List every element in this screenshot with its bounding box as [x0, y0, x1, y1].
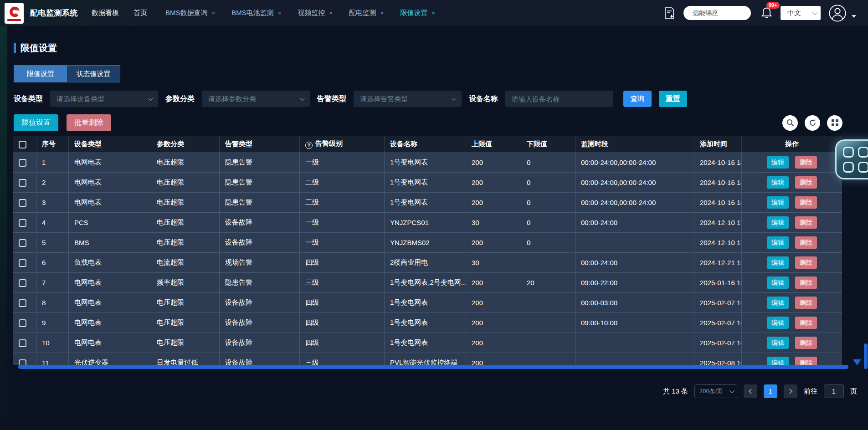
nav-menu-home[interactable]: 首页	[134, 9, 147, 17]
param-category-select[interactable]: 请选择参数分类	[202, 91, 310, 107]
cell-alarm-type: 隐患告警	[220, 273, 300, 293]
settings-subtabs: 限值设置 状态值设置	[14, 65, 120, 82]
row-checkbox[interactable]	[19, 319, 26, 327]
delete-button[interactable]: 删除	[795, 337, 817, 349]
vertical-scrollbar[interactable]	[864, 343, 868, 369]
top-navbar: 配电监测系统 数据看板 首页 BMS数据查询 × BMS电池监测 × 视频监控 …	[0, 0, 868, 26]
tab-bms-battery-monitor[interactable]: BMS电池监测 ×	[231, 9, 281, 17]
subtab-limit-settings[interactable]: 限值设置	[14, 66, 67, 82]
edit-button[interactable]: 编辑	[767, 317, 789, 329]
close-tab-icon[interactable]: ×	[329, 10, 333, 16]
edit-button[interactable]: 编辑	[767, 196, 789, 209]
cell-no: 11	[36, 353, 69, 365]
batch-delete-button[interactable]: 批量删除	[67, 114, 111, 131]
edit-button[interactable]: 编辑	[767, 297, 789, 309]
cell-param-category: 日发电量过低	[151, 353, 220, 365]
device-name-input[interactable]	[505, 91, 613, 107]
cell-monitor-period: 00:00-24:00,00:00-24:00	[575, 173, 694, 193]
cell-device-type: 电网电表	[69, 193, 151, 213]
cell-alarm-type: 设备故障	[220, 293, 300, 313]
report-icon[interactable]	[663, 7, 675, 20]
tab-video-monitor[interactable]: 视频监控 ×	[298, 9, 333, 17]
cell-lower-limit: 0	[521, 193, 575, 213]
edit-button[interactable]: 编辑	[767, 176, 789, 189]
close-tab-icon[interactable]: ×	[278, 10, 282, 16]
cell-alarm-type: 隐患告警	[220, 153, 300, 173]
workspace-selector[interactable]: 远能锦座	[683, 6, 751, 20]
cell-device-type: 负载电表	[69, 253, 151, 273]
edit-button[interactable]: 编辑	[767, 337, 789, 349]
delete-button[interactable]: 删除	[795, 357, 817, 365]
cell-param-category: 电压超限	[151, 293, 220, 313]
cell-monitor-period: 09:00-10:00	[575, 313, 694, 333]
row-checkbox[interactable]	[19, 219, 26, 227]
limit-settings-button[interactable]: 限值设置	[14, 114, 58, 131]
tab-bms-data-query[interactable]: BMS数据查询 ×	[165, 9, 215, 17]
page-title: 限值设置	[21, 42, 57, 54]
avatar[interactable]	[829, 5, 846, 22]
edit-button[interactable]: 编辑	[767, 236, 789, 249]
table-row: 10 电网电表 电压超限 设备故障 四级 1号变电网表 200 2025-02-…	[13, 333, 842, 353]
row-checkbox[interactable]	[19, 359, 26, 365]
tab-limit-settings[interactable]: 限值设置 ×	[400, 9, 435, 17]
chevron-left-icon	[749, 389, 754, 394]
cell-no: 10	[36, 333, 69, 353]
query-button[interactable]: 查询	[623, 91, 652, 107]
row-checkbox[interactable]	[19, 239, 26, 247]
delete-button[interactable]: 删除	[795, 256, 817, 269]
next-page-button[interactable]	[784, 384, 797, 398]
device-name-label: 设备名称	[469, 94, 498, 104]
delete-button[interactable]: 删除	[795, 297, 817, 309]
row-checkbox[interactable]	[19, 259, 26, 267]
edit-button[interactable]: 编辑	[767, 156, 789, 169]
search-icon[interactable]	[782, 115, 798, 131]
edit-button[interactable]: 编辑	[767, 276, 789, 289]
reset-button[interactable]: 重置	[659, 91, 687, 107]
device-type-select[interactable]: 请选择设备类型	[50, 91, 158, 107]
row-checkbox[interactable]	[19, 299, 26, 307]
cell-added-time: 2024-10-16 14:2	[694, 173, 742, 193]
horizontal-scrollbar[interactable]	[18, 365, 848, 369]
delete-button[interactable]: 删除	[795, 176, 817, 189]
cell-added-time: 2024-10-16 14:2	[694, 153, 742, 173]
row-checkbox[interactable]	[19, 199, 26, 207]
cell-param-category: 电流超限	[151, 253, 220, 273]
delete-button[interactable]: 删除	[795, 156, 817, 169]
nav-menu-dashboard[interactable]: 数据看板	[92, 9, 119, 17]
cell-alarm-level: 二级	[300, 173, 385, 193]
tab-power-monitor[interactable]: 配电监测 ×	[349, 9, 384, 17]
delete-button[interactable]: 删除	[795, 196, 817, 209]
goto-page-input[interactable]	[824, 384, 844, 398]
delete-button[interactable]: 删除	[795, 276, 817, 289]
row-checkbox[interactable]	[19, 279, 26, 287]
cell-device-type: 电网电表	[69, 333, 151, 353]
close-tab-icon[interactable]: ×	[212, 10, 216, 16]
subtab-status-settings[interactable]: 状态值设置	[67, 66, 120, 82]
close-tab-icon[interactable]: ×	[431, 10, 435, 16]
cell-added-time: 2025-02-07 16:2	[694, 293, 742, 313]
page-number-button[interactable]: 1	[764, 384, 777, 398]
language-selector[interactable]: 中文	[781, 6, 821, 20]
close-tab-icon[interactable]: ×	[380, 10, 384, 16]
grid-view-icon[interactable]	[827, 115, 842, 131]
edit-button[interactable]: 编辑	[767, 256, 789, 269]
scroll-down-arrow-icon[interactable]	[853, 359, 861, 365]
row-checkbox[interactable]	[19, 159, 26, 167]
delete-button[interactable]: 删除	[795, 317, 817, 329]
delete-button[interactable]: 删除	[795, 216, 817, 229]
select-all-checkbox[interactable]	[19, 141, 26, 148]
user-menu-caret-icon[interactable]	[852, 15, 856, 18]
refresh-icon[interactable]	[805, 115, 820, 131]
floating-widget[interactable]	[835, 139, 868, 179]
prev-page-button[interactable]	[744, 384, 757, 398]
delete-button[interactable]: 删除	[795, 236, 817, 249]
row-checkbox[interactable]	[19, 339, 26, 347]
notifications-button[interactable]: 99+	[761, 6, 772, 20]
edit-button[interactable]: 编辑	[767, 357, 789, 365]
help-icon[interactable]: ?	[305, 142, 313, 149]
row-checkbox[interactable]	[19, 179, 26, 187]
page-size-select[interactable]: 200条/页	[694, 384, 737, 398]
edit-button[interactable]: 编辑	[767, 216, 789, 229]
alarm-type-select[interactable]: 请选择告警类型	[354, 91, 462, 107]
cell-no: 2	[36, 173, 69, 193]
